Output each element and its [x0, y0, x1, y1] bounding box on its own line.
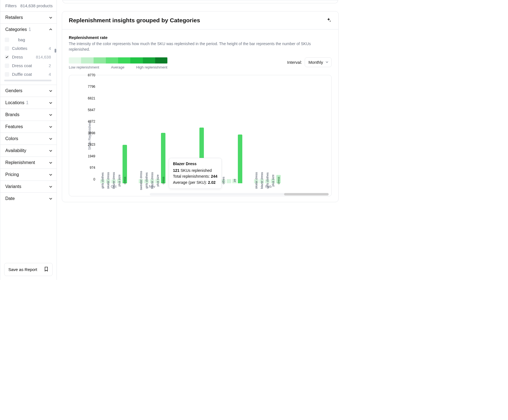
section-replenishment[interactable]: Replenishment: [0, 157, 57, 169]
bar[interactable]: girls clothes: [100, 179, 105, 183]
sparkle-icon[interactable]: [326, 17, 332, 23]
chart-description: The intensity of the color represents ho…: [69, 41, 332, 52]
bar-group-feb: skater dress blazer dress girls clothes …: [254, 175, 281, 183]
chevron-down-icon: [49, 173, 53, 177]
color-legend: Low replenishment Average High replenish…: [69, 57, 167, 69]
chevron-down-icon: [49, 101, 53, 105]
categories-list: bag Culottes4 Dress814,638 Dress coat2 D…: [3, 35, 55, 79]
category-item[interactable]: Dress coat2: [3, 61, 53, 70]
category-item[interactable]: Dress814,638: [3, 53, 53, 61]
section-locations[interactable]: Locations1: [0, 97, 57, 109]
category-item[interactable]: Culottes4: [3, 44, 53, 53]
chevron-down-icon: [49, 16, 53, 19]
checkbox[interactable]: [5, 64, 9, 68]
chevron-down-icon: [49, 197, 53, 201]
bar[interactable]: [238, 135, 242, 183]
checkbox[interactable]: [5, 46, 9, 51]
bar[interactable]: girls clothes: [144, 179, 149, 183]
checkbox-checked[interactable]: [5, 55, 9, 59]
bar-group-nov: sweater dress girls clothes blazer dress…: [139, 133, 165, 183]
bar[interactable]: dress: [161, 133, 165, 183]
main-content: Replenishment insights grouped by Catego…: [57, 0, 339, 280]
scrollbar-thumb[interactable]: [284, 193, 329, 196]
bar[interactable]: girls clothes: [265, 179, 270, 183]
chevron-down-icon: [325, 60, 329, 65]
bar[interactable]: blazer dress: [260, 179, 264, 183]
section-variants[interactable]: Variants: [0, 181, 57, 192]
chevron-down-icon: [49, 149, 53, 153]
filters-label: Filters: [5, 3, 17, 8]
legend-high: High replenishment: [136, 65, 167, 69]
chevron-up-icon: [49, 28, 53, 31]
bar[interactable]: ze: [232, 179, 237, 183]
bar[interactable]: plus size: [271, 179, 275, 183]
chevron-down-icon: [49, 113, 53, 117]
card-title: Replenishment insights grouped by Catego…: [69, 17, 200, 24]
section-categories[interactable]: Categories1: [0, 24, 57, 35]
h-scrollbar[interactable]: [4, 80, 52, 81]
section-pricing[interactable]: Pricing: [0, 169, 57, 180]
section-availability[interactable]: Availability: [0, 145, 57, 157]
checkbox[interactable]: [5, 72, 9, 77]
bar[interactable]: plus size: [155, 179, 160, 183]
scrollbar-thumb[interactable]: [55, 49, 56, 53]
category-item[interactable]: bag: [3, 35, 53, 44]
bar[interactable]: [227, 179, 231, 183]
section-date[interactable]: Date: [0, 193, 57, 204]
bar[interactable]: blazer dress: [111, 179, 116, 183]
bar[interactable]: skater dress: [106, 179, 110, 183]
section-features[interactable]: Features: [0, 121, 57, 133]
previous-card-edge: [62, 0, 338, 3]
chevron-down-icon: [49, 185, 53, 189]
chevron-down-icon: [49, 137, 53, 141]
legend-avg: Average: [111, 65, 124, 69]
chevron-down-icon: [49, 125, 53, 129]
bar[interactable]: blazer dress: [150, 179, 154, 183]
replenishment-chart: SKUs Replenished 0 974 1949 2923 3898 48…: [69, 75, 332, 196]
bar[interactable]: othes: [221, 179, 226, 183]
interval-select[interactable]: Monthly: [305, 57, 332, 67]
section-colors[interactable]: Colors: [0, 133, 57, 145]
chart-subtitle: Replenishment rate: [69, 35, 332, 40]
interval-label: Interval:: [287, 60, 302, 65]
filters-sidebar: Filters 814,638 products Retailers Categ…: [0, 0, 57, 280]
section-genders[interactable]: Genders: [0, 85, 57, 97]
category-item[interactable]: Duffle coat4: [3, 70, 53, 79]
y-axis-ticks: 0 974 1949 2923 3898 4872 5847 6821 7796…: [85, 79, 96, 183]
tooltip-title: Blazer Dress: [173, 161, 218, 167]
bar[interactable]: sweater dress: [139, 179, 143, 183]
chevron-down-icon: [49, 89, 53, 93]
product-count: 814,638 products: [20, 3, 53, 8]
chart-tooltip: Blazer Dress 121 SKUs replenished Total …: [169, 158, 222, 189]
checkbox[interactable]: [5, 38, 9, 42]
save-as-report-button[interactable]: Save as Report: [4, 263, 53, 276]
bar[interactable]: dress: [123, 145, 127, 183]
section-retailers[interactable]: Retailers: [0, 12, 57, 23]
legend-low: Low replenishment: [69, 65, 99, 69]
chart-h-scrollbar[interactable]: [150, 193, 329, 196]
bar-group-oct: girls clothes skater dress blazer dress …: [100, 145, 127, 183]
bookmark-icon: [44, 267, 48, 272]
bar[interactable]: skater dress: [254, 179, 258, 183]
chevron-down-icon: [49, 161, 53, 165]
bar[interactable]: plus size: [117, 179, 121, 183]
bar[interactable]: dress: [276, 175, 281, 183]
replenishment-card: Replenishment insights grouped by Catego…: [62, 11, 339, 202]
section-brands[interactable]: Brands: [0, 109, 57, 121]
